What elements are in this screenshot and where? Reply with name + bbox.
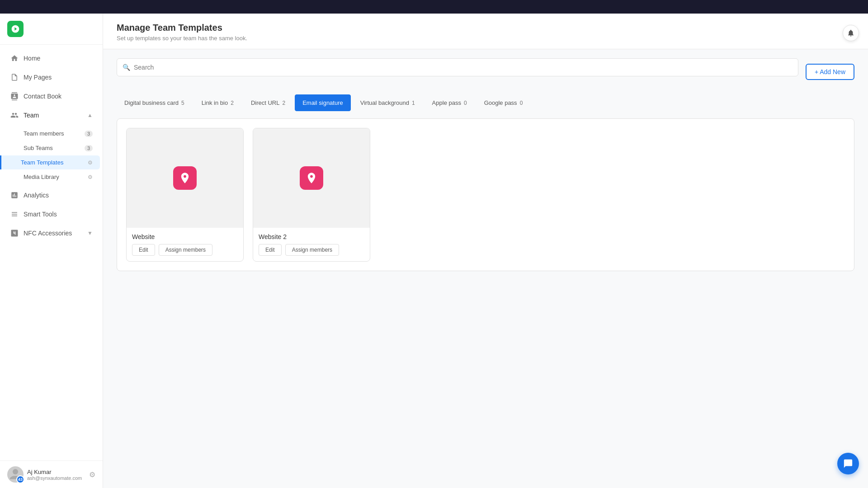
tab-email-signature[interactable]: Email signature	[295, 94, 351, 111]
content-header: Manage Team Templates Set up templates s…	[103, 14, 868, 49]
tab-virtual-background-label: Virtual background	[360, 99, 409, 106]
sidebar-item-home[interactable]: Home	[3, 49, 100, 67]
tools-icon	[10, 210, 19, 219]
template-card-1: Website Edit Assign members	[126, 128, 244, 262]
page-subtitle: Set up templates so your team has the sa…	[117, 35, 854, 42]
analytics-icon	[10, 191, 19, 200]
sidebar-item-nfc[interactable]: NFC Accessories ▼	[3, 224, 100, 242]
tab-apple-pass[interactable]: Apple pass 0	[425, 94, 475, 111]
assign-button-1[interactable]: Assign members	[159, 244, 212, 256]
logo-icon	[7, 21, 24, 37]
team-members-badge: 3	[85, 131, 93, 137]
card-actions-2: Edit Assign members	[259, 244, 364, 256]
gear-icon[interactable]: ⚙	[89, 470, 95, 479]
sidebar-item-team[interactable]: Team ▲	[3, 106, 100, 124]
search-input[interactable]	[134, 64, 793, 71]
tab-digital-business-card-label: Digital business card	[124, 99, 179, 106]
card-icon-2	[300, 166, 323, 190]
nfc-icon	[10, 229, 19, 238]
chat-button[interactable]	[837, 453, 859, 474]
tab-google-pass-count: 0	[520, 100, 523, 106]
team-submenu: Team members 3 Sub Teams 3 Team Template…	[0, 125, 103, 185]
pages-icon	[10, 73, 19, 82]
footer-name: Aj Kumar	[27, 469, 85, 475]
card-footer-1: Website Edit Assign members	[127, 228, 243, 261]
tab-digital-business-card-count: 5	[181, 100, 184, 106]
card-title-1: Website	[132, 233, 238, 240]
sidebar-item-sub-teams[interactable]: Sub Teams 3	[3, 141, 100, 155]
tab-link-in-bio-label: Link in bio	[202, 99, 228, 106]
card-preview-2	[253, 128, 370, 228]
sidebar-item-media-library[interactable]: Media Library ⚙	[3, 170, 100, 184]
assign-button-2[interactable]: Assign members	[285, 244, 339, 256]
card-actions-1: Edit Assign members	[132, 244, 238, 256]
sub-teams-badge: 3	[85, 145, 93, 151]
nfc-row: NFC Accessories ▼	[24, 230, 93, 237]
team-members-label: Team members	[24, 130, 64, 137]
tab-link-in-bio-count: 2	[231, 100, 234, 106]
settings-icon-media: ⚙	[88, 174, 93, 180]
sidebar-item-contact-book[interactable]: Contact Book	[3, 87, 100, 105]
top-action-bar: 🔍 + Add New	[117, 58, 854, 85]
main-content: Manage Team Templates Set up templates s…	[103, 14, 868, 488]
sidebar-item-my-pages[interactable]: My Pages	[3, 68, 100, 86]
sidebar-footer: 43 Aj Kumar ash@synxautomate.com ⚙	[0, 460, 103, 488]
sidebar-item-smart-tools[interactable]: Smart Tools	[3, 205, 100, 223]
svg-point-0	[13, 469, 18, 474]
tab-google-pass[interactable]: Google pass 0	[476, 94, 531, 111]
sidebar-logo	[0, 14, 103, 45]
tab-digital-business-card[interactable]: Digital business card 5	[117, 94, 192, 111]
top-bar	[0, 0, 868, 14]
sub-teams-label: Sub Teams	[24, 145, 53, 151]
tab-google-pass-label: Google pass	[484, 99, 517, 106]
edit-button-1[interactable]: Edit	[132, 244, 155, 256]
notification-bell[interactable]	[843, 25, 859, 41]
sidebar-item-home-label: Home	[24, 55, 40, 62]
tab-virtual-background[interactable]: Virtual background 1	[353, 94, 423, 111]
team-row: Team ▲	[24, 112, 93, 119]
team-templates-label: Team Templates	[21, 159, 63, 166]
sidebar-item-analytics[interactable]: Analytics	[3, 186, 100, 204]
tab-direct-url-label: Direct URL	[251, 99, 280, 106]
footer-user: Aj Kumar ash@synxautomate.com	[27, 469, 85, 481]
settings-icon: ⚙	[88, 160, 93, 166]
sidebar: Home My Pages Contact Book	[0, 14, 103, 488]
card-preview-1	[127, 128, 243, 228]
content-area: 🔍 + Add New Digital business card 5 Link…	[103, 49, 868, 488]
template-card-2: Website 2 Edit Assign members	[253, 128, 370, 262]
tab-direct-url-count: 2	[282, 100, 285, 106]
sidebar-item-nfc-label: NFC Accessories	[24, 230, 72, 237]
sidebar-item-team-label: Team	[24, 112, 39, 119]
search-container: 🔍	[117, 58, 798, 85]
tab-email-signature-label: Email signature	[302, 99, 343, 106]
sidebar-nav: Home My Pages Contact Book	[0, 45, 103, 460]
search-bar: 🔍	[117, 58, 798, 76]
avatar-wrap: 43	[7, 466, 24, 483]
tab-direct-url[interactable]: Direct URL 2	[243, 94, 293, 111]
sidebar-item-contact-book-label: Contact Book	[24, 93, 61, 100]
tab-apple-pass-label: Apple pass	[432, 99, 461, 106]
card-footer-2: Website 2 Edit Assign members	[253, 228, 370, 261]
card-title-2: Website 2	[259, 233, 364, 240]
sidebar-item-analytics-label: Analytics	[24, 192, 49, 199]
media-library-label: Media Library	[24, 174, 59, 180]
sidebar-item-team-members[interactable]: Team members 3	[3, 127, 100, 141]
sidebar-item-team-templates[interactable]: Team Templates ⚙	[0, 155, 100, 169]
tab-link-in-bio[interactable]: Link in bio 2	[194, 94, 241, 111]
contacts-icon	[10, 92, 19, 101]
sidebar-item-my-pages-label: My Pages	[24, 74, 52, 81]
tab-apple-pass-count: 0	[464, 100, 467, 106]
cards-container: Website Edit Assign members	[117, 118, 854, 271]
add-new-button[interactable]: + Add New	[806, 64, 854, 80]
footer-email: ash@synxautomate.com	[27, 475, 85, 481]
tab-virtual-background-count: 1	[412, 100, 415, 106]
card-icon-1	[173, 166, 197, 190]
team-icon	[10, 111, 19, 120]
tabs-container: Digital business card 5 Link in bio 2 Di…	[117, 94, 854, 111]
edit-button-2[interactable]: Edit	[259, 244, 282, 256]
sidebar-item-smart-tools-label: Smart Tools	[24, 211, 57, 218]
search-icon: 🔍	[123, 64, 130, 71]
chevron-down-icon: ▼	[87, 230, 93, 236]
chevron-up-icon: ▲	[87, 112, 93, 118]
page-title: Manage Team Templates	[117, 23, 854, 33]
